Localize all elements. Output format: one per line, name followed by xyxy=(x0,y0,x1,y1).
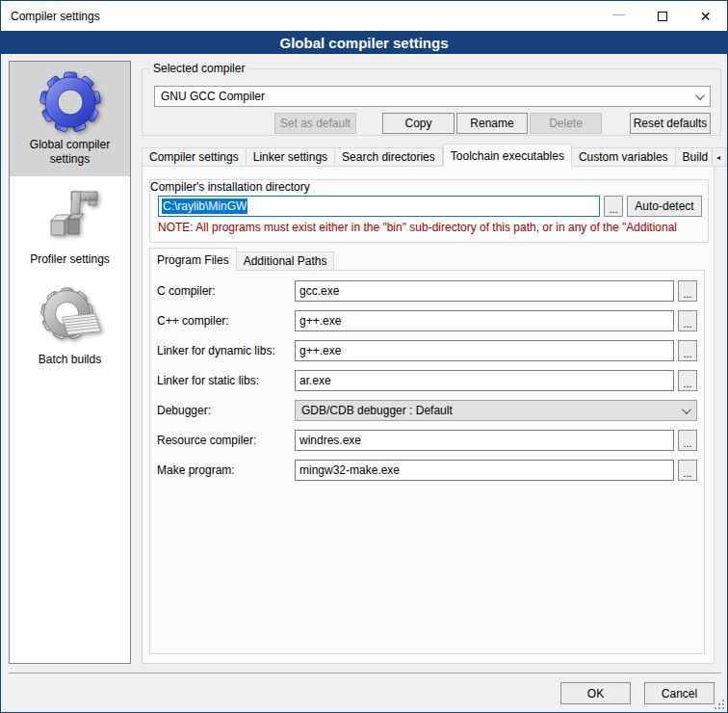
chevron-down-icon xyxy=(695,91,705,100)
sidebar-item-profiler-settings[interactable]: Profiler settings xyxy=(10,176,130,277)
window-title: Compiler settings xyxy=(1,10,100,23)
program-files-page: C compiler: ... C++ compiler: ... Linker… xyxy=(149,270,705,654)
compiler-select-value: GNU GCC Compiler xyxy=(161,90,265,103)
field-label: Linker for dynamic libs: xyxy=(157,344,295,357)
settings-tab-strip: Compiler settings Linker settings Search… xyxy=(142,146,728,167)
arrow-left-icon: ◂ xyxy=(716,153,720,162)
field-label: Make program: xyxy=(157,463,295,477)
tab-build-options[interactable]: Build options xyxy=(676,147,713,167)
maximize-icon xyxy=(658,12,667,21)
auto-detect-button[interactable]: Auto-detect xyxy=(627,196,702,217)
linker-static-browse-button[interactable]: ... xyxy=(678,370,697,391)
selected-compiler-legend: Selected compiler xyxy=(150,62,247,75)
field-label: C compiler: xyxy=(157,284,295,298)
ellipsis-icon: ... xyxy=(683,321,691,327)
gray-gear-paper-stack-icon xyxy=(39,286,101,348)
reset-defaults-button[interactable]: Reset defaults xyxy=(630,113,711,134)
tab-scroll-left-button[interactable]: ◂ xyxy=(713,147,726,167)
c-compiler-browse-button[interactable]: ... xyxy=(678,280,697,302)
toolchain-executables-page: Compiler's installation directory C:\ray… xyxy=(142,166,715,664)
linker-dynamic-browse-button[interactable]: ... xyxy=(678,340,697,361)
reset-defaults-label: Reset defaults xyxy=(634,117,708,130)
field-row-linker-static: Linker for static libs: ... xyxy=(157,370,697,391)
installation-directory-legend: Compiler's installation directory xyxy=(150,180,310,194)
close-button[interactable]: ✕ xyxy=(684,1,727,31)
settings-category-list: Global compiler settings xyxy=(9,61,131,664)
delete-button[interactable]: Delete xyxy=(530,113,602,134)
installation-directory-group: Compiler's installation directory C:\ray… xyxy=(149,179,709,243)
tab-label: Build options xyxy=(683,150,713,164)
install-dir-input[interactable]: C:\raylib\MinGW xyxy=(158,196,600,217)
install-dir-browse-button[interactable]: ... xyxy=(604,196,623,217)
subtab-additional-paths[interactable]: Additional Paths xyxy=(237,251,335,271)
tab-label: Search directories xyxy=(342,150,435,164)
ellipsis-icon: ... xyxy=(683,470,691,476)
make-program-input[interactable] xyxy=(295,460,674,481)
debugger-select-value: GDB/CDB debugger : Default xyxy=(301,404,453,417)
sidebar-item-global-compiler-settings[interactable]: Global compiler settings xyxy=(10,62,130,176)
c-compiler-input[interactable] xyxy=(295,280,674,302)
tab-linker-settings[interactable]: Linker settings xyxy=(247,147,335,167)
field-label: Debugger: xyxy=(157,404,295,417)
title-bar[interactable]: Compiler settings — ✕ xyxy=(1,1,727,31)
maximize-button[interactable] xyxy=(640,1,684,31)
linker-dynamic-input[interactable] xyxy=(295,340,674,361)
tab-custom-variables[interactable]: Custom variables xyxy=(572,147,676,167)
ellipsis-icon: ... xyxy=(683,351,691,356)
cpp-compiler-input[interactable] xyxy=(295,310,674,331)
tab-label: Toolchain executables xyxy=(451,149,564,163)
compiler-select[interactable]: GNU GCC Compiler xyxy=(154,86,711,107)
sidebar-item-batch-builds[interactable]: Batch builds xyxy=(10,277,130,377)
caliper-icon xyxy=(39,186,101,248)
resize-grip[interactable] xyxy=(715,700,724,709)
resource-compiler-browse-button[interactable]: ... xyxy=(678,430,697,451)
selected-compiler-group: Selected compiler GNU GCC Compiler Set a… xyxy=(142,68,721,136)
tab-toolchain-executables[interactable]: Toolchain executables xyxy=(443,144,572,167)
ellipsis-icon: ... xyxy=(683,381,691,386)
field-row-c-compiler: C compiler: ... xyxy=(157,280,697,302)
copy-button[interactable]: Copy xyxy=(382,113,455,134)
rename-label: Rename xyxy=(470,117,513,130)
field-label: Resource compiler: xyxy=(157,434,295,447)
close-icon: ✕ xyxy=(700,9,712,24)
field-row-cpp-compiler: C++ compiler: ... xyxy=(157,310,697,331)
tab-label: Custom variables xyxy=(579,150,668,164)
debugger-select[interactable]: GDB/CDB debugger : Default xyxy=(295,400,697,421)
field-row-linker-dynamic: Linker for dynamic libs: ... xyxy=(157,340,697,361)
dialog-header: Global compiler settings xyxy=(1,31,727,54)
install-dir-note: NOTE: All programs must exist either in … xyxy=(158,221,704,234)
cpp-compiler-browse-button[interactable]: ... xyxy=(678,310,697,331)
field-row-make-program: Make program: ... xyxy=(157,460,697,481)
subtab-program-files[interactable]: Program Files xyxy=(149,248,237,271)
field-label: C++ compiler: xyxy=(157,314,295,328)
cancel-button[interactable]: Cancel xyxy=(644,682,715,704)
minimize-button[interactable]: — xyxy=(597,1,640,31)
set-as-default-label: Set as default xyxy=(280,117,351,130)
ellipsis-icon: ... xyxy=(683,291,691,297)
ellipsis-icon: ... xyxy=(609,206,617,212)
linker-static-input[interactable] xyxy=(295,370,674,391)
footer-separator xyxy=(9,673,721,673)
sidebar-item-label: Global compiler settings xyxy=(13,138,126,167)
tab-compiler-settings[interactable]: Compiler settings xyxy=(142,147,247,167)
auto-detect-label: Auto-detect xyxy=(635,199,693,213)
tab-search-directories[interactable]: Search directories xyxy=(335,147,443,167)
set-as-default-button[interactable]: Set as default xyxy=(274,113,356,134)
chevron-down-icon xyxy=(682,405,691,414)
window-controls: — ✕ xyxy=(597,1,727,31)
delete-label: Delete xyxy=(549,117,583,130)
program-files-tab-strip: Program Files Additional Paths xyxy=(149,251,334,271)
tab-label: Linker settings xyxy=(253,150,327,164)
rename-button[interactable]: Rename xyxy=(456,113,528,134)
subtab-label: Additional Paths xyxy=(244,254,327,268)
ellipsis-icon: ... xyxy=(683,440,691,446)
blue-gear-icon xyxy=(39,71,101,133)
footer-buttons: OK Cancel xyxy=(560,682,715,704)
make-program-browse-button[interactable]: ... xyxy=(678,460,697,481)
ok-button[interactable]: OK xyxy=(560,682,631,704)
compiler-settings-dialog: Compiler settings — ✕ Global compiler se… xyxy=(0,0,728,713)
resource-compiler-input[interactable] xyxy=(295,430,674,451)
sidebar-item-label: Profiler settings xyxy=(30,252,110,267)
sidebar-item-label: Batch builds xyxy=(39,353,101,367)
field-row-debugger: Debugger: GDB/CDB debugger : Default xyxy=(157,400,697,421)
